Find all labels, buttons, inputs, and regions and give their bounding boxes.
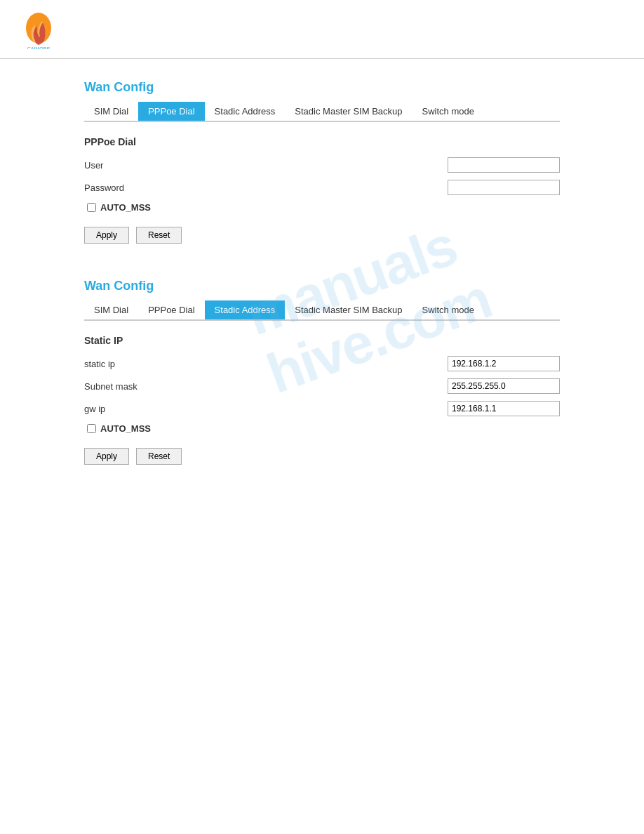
tab2-stadic-address[interactable]: Stadic Address bbox=[205, 300, 286, 319]
user-label: User bbox=[84, 160, 168, 171]
form-row-gw-ip: gw ip bbox=[84, 401, 560, 416]
section2-form-title: Static IP bbox=[84, 335, 560, 346]
tab1-pppoe-dial[interactable]: PPPoe Dial bbox=[138, 102, 204, 121]
tab1-stadic-address[interactable]: Stadic Address bbox=[205, 102, 286, 121]
logo: CAIMORE 才茂通信 bbox=[14, 7, 63, 49]
auto-mss-row1: AUTO_MSS bbox=[87, 202, 560, 213]
subnet-mask-label: Subnet mask bbox=[84, 381, 168, 392]
reset-button1[interactable]: Reset bbox=[136, 227, 182, 244]
tab2-stadic-master[interactable]: Stadic Master SIM Backup bbox=[285, 300, 412, 319]
tab2-sim-dial[interactable]: SIM Dial bbox=[84, 300, 138, 319]
section-static: Wan Config SIM Dial PPPoe Dial Stadic Ad… bbox=[84, 279, 560, 465]
gw-ip-label: gw ip bbox=[84, 404, 168, 414]
reset-button2[interactable]: Reset bbox=[136, 448, 182, 465]
button-row1: Apply Reset bbox=[84, 227, 560, 244]
gw-ip-input[interactable] bbox=[448, 401, 560, 416]
section-pppoe: Wan Config SIM Dial PPPoe Dial Stadic Ad… bbox=[84, 80, 560, 244]
subnet-mask-input[interactable] bbox=[448, 378, 560, 394]
section1-form-title: PPPoe Dial bbox=[84, 136, 560, 147]
section1-title: Wan Config bbox=[84, 80, 560, 95]
auto-mss-label2: AUTO_MSS bbox=[100, 423, 151, 434]
button-row2: Apply Reset bbox=[84, 448, 560, 465]
form-row-password: Password bbox=[84, 180, 560, 195]
form-row-user: User bbox=[84, 157, 560, 173]
tab1-stadic-master[interactable]: Stadic Master SIM Backup bbox=[285, 102, 412, 121]
page-content: Wan Config SIM Dial PPPoe Dial Stadic Ad… bbox=[0, 59, 644, 521]
form-row-subnet-mask: Subnet mask bbox=[84, 378, 560, 394]
password-input[interactable] bbox=[448, 180, 560, 195]
auto-mss-label1: AUTO_MSS bbox=[100, 202, 151, 213]
apply-button2[interactable]: Apply bbox=[84, 448, 129, 465]
password-label: Password bbox=[84, 183, 168, 193]
tab2-switch-mode[interactable]: Switch mode bbox=[412, 300, 484, 319]
tab1-switch-mode[interactable]: Switch mode bbox=[412, 102, 484, 121]
apply-button1[interactable]: Apply bbox=[84, 227, 129, 244]
form-row-static-ip: static ip bbox=[84, 356, 560, 371]
static-ip-label: static ip bbox=[84, 359, 168, 369]
section2-title: Wan Config bbox=[84, 279, 560, 293]
user-input[interactable] bbox=[448, 157, 560, 173]
auto-mss-checkbox2[interactable] bbox=[87, 424, 96, 433]
header: CAIMORE 才茂通信 bbox=[0, 0, 644, 59]
section2-tab-bar: SIM Dial PPPoe Dial Stadic Address Stadi… bbox=[84, 300, 560, 321]
auto-mss-row2: AUTO_MSS bbox=[87, 423, 560, 434]
auto-mss-checkbox1[interactable] bbox=[87, 203, 96, 212]
tab1-sim-dial[interactable]: SIM Dial bbox=[84, 102, 138, 121]
static-ip-input[interactable] bbox=[448, 356, 560, 371]
section1-tab-bar: SIM Dial PPPoe Dial Stadic Address Stadi… bbox=[84, 102, 560, 122]
tab2-pppoe-dial[interactable]: PPPoe Dial bbox=[138, 300, 204, 319]
svg-text:CAIMORE: CAIMORE bbox=[27, 46, 51, 49]
